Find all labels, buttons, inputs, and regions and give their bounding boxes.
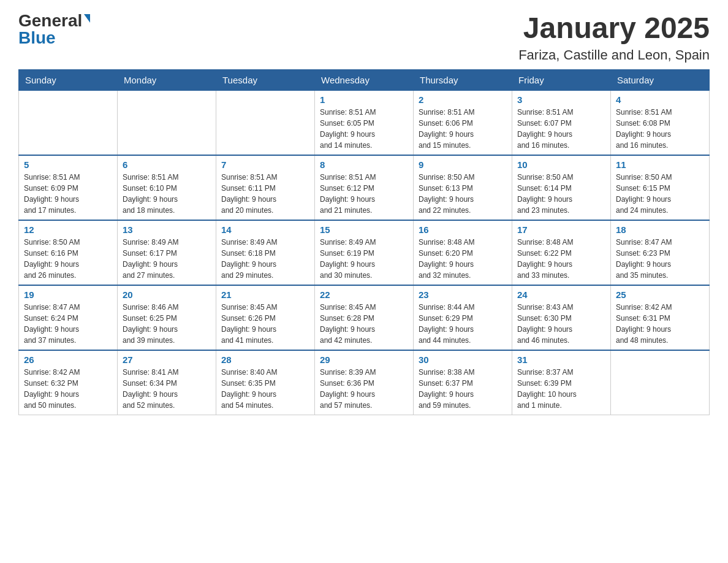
calendar-day-cell: 20Sunrise: 8:46 AM Sunset: 6:25 PM Dayli…	[118, 285, 216, 350]
calendar-day-cell: 18Sunrise: 8:47 AM Sunset: 6:23 PM Dayli…	[611, 220, 710, 285]
calendar-day-cell: 13Sunrise: 8:49 AM Sunset: 6:17 PM Dayli…	[118, 220, 216, 285]
day-info: Sunrise: 8:37 AM Sunset: 6:39 PM Dayligh…	[517, 367, 605, 411]
calendar-header-row: SundayMondayTuesdayWednesdayThursdayFrid…	[19, 69, 710, 90]
day-info: Sunrise: 8:44 AM Sunset: 6:29 PM Dayligh…	[419, 302, 507, 346]
day-number: 23	[419, 289, 507, 300]
calendar-week-row: 12Sunrise: 8:50 AM Sunset: 6:16 PM Dayli…	[19, 220, 710, 285]
logo: General Blue	[18, 12, 90, 47]
calendar-day-cell: 4Sunrise: 8:51 AM Sunset: 6:08 PM Daylig…	[611, 90, 710, 155]
day-info: Sunrise: 8:51 AM Sunset: 6:06 PM Dayligh…	[419, 107, 507, 151]
calendar-day-cell: 2Sunrise: 8:51 AM Sunset: 6:06 PM Daylig…	[414, 90, 512, 155]
calendar-day-cell: 1Sunrise: 8:51 AM Sunset: 6:05 PM Daylig…	[315, 90, 414, 155]
day-number: 13	[123, 224, 211, 235]
day-number: 30	[419, 354, 507, 365]
day-number: 24	[517, 289, 605, 300]
day-info: Sunrise: 8:45 AM Sunset: 6:26 PM Dayligh…	[221, 302, 309, 346]
calendar-day-cell: 27Sunrise: 8:41 AM Sunset: 6:34 PM Dayli…	[118, 350, 216, 415]
page-header: General Blue January 2025 Fariza, Castil…	[18, 12, 710, 63]
calendar-day-cell: 12Sunrise: 8:50 AM Sunset: 6:16 PM Dayli…	[19, 220, 118, 285]
calendar-week-row: 19Sunrise: 8:47 AM Sunset: 6:24 PM Dayli…	[19, 285, 710, 350]
day-info: Sunrise: 8:47 AM Sunset: 6:24 PM Dayligh…	[24, 302, 112, 346]
calendar-table: SundayMondayTuesdayWednesdayThursdayFrid…	[18, 69, 710, 415]
weekday-header: Wednesday	[315, 69, 414, 90]
day-number: 10	[517, 159, 605, 170]
day-number: 4	[616, 94, 704, 105]
calendar-day-cell: 23Sunrise: 8:44 AM Sunset: 6:29 PM Dayli…	[414, 285, 512, 350]
weekday-header: Thursday	[414, 69, 512, 90]
calendar-day-cell: 29Sunrise: 8:39 AM Sunset: 6:36 PM Dayli…	[315, 350, 414, 415]
day-info: Sunrise: 8:45 AM Sunset: 6:28 PM Dayligh…	[320, 302, 408, 346]
day-info: Sunrise: 8:42 AM Sunset: 6:32 PM Dayligh…	[24, 367, 112, 411]
calendar-day-cell	[611, 350, 710, 415]
day-number: 3	[517, 94, 605, 105]
day-number: 27	[123, 354, 211, 365]
day-number: 8	[320, 159, 408, 170]
day-info: Sunrise: 8:51 AM Sunset: 6:11 PM Dayligh…	[221, 172, 309, 216]
calendar-day-cell: 15Sunrise: 8:49 AM Sunset: 6:19 PM Dayli…	[315, 220, 414, 285]
day-info: Sunrise: 8:49 AM Sunset: 6:18 PM Dayligh…	[221, 237, 309, 281]
day-info: Sunrise: 8:50 AM Sunset: 6:13 PM Dayligh…	[419, 172, 507, 216]
day-info: Sunrise: 8:39 AM Sunset: 6:36 PM Dayligh…	[320, 367, 408, 411]
calendar-day-cell	[118, 90, 216, 155]
day-number: 29	[320, 354, 408, 365]
day-number: 19	[24, 289, 112, 300]
month-title: January 2025	[518, 12, 710, 45]
day-info: Sunrise: 8:51 AM Sunset: 6:09 PM Dayligh…	[24, 172, 112, 216]
day-info: Sunrise: 8:51 AM Sunset: 6:07 PM Dayligh…	[517, 107, 605, 151]
calendar-day-cell: 6Sunrise: 8:51 AM Sunset: 6:10 PM Daylig…	[118, 155, 216, 220]
calendar-day-cell: 8Sunrise: 8:51 AM Sunset: 6:12 PM Daylig…	[315, 155, 414, 220]
calendar-day-cell: 21Sunrise: 8:45 AM Sunset: 6:26 PM Dayli…	[216, 285, 315, 350]
day-info: Sunrise: 8:51 AM Sunset: 6:05 PM Dayligh…	[320, 107, 408, 151]
calendar-day-cell: 24Sunrise: 8:43 AM Sunset: 6:30 PM Dayli…	[512, 285, 611, 350]
calendar-day-cell: 25Sunrise: 8:42 AM Sunset: 6:31 PM Dayli…	[611, 285, 710, 350]
calendar-day-cell: 10Sunrise: 8:50 AM Sunset: 6:14 PM Dayli…	[512, 155, 611, 220]
day-info: Sunrise: 8:51 AM Sunset: 6:08 PM Dayligh…	[616, 107, 704, 151]
calendar-week-row: 5Sunrise: 8:51 AM Sunset: 6:09 PM Daylig…	[19, 155, 710, 220]
day-number: 22	[320, 289, 408, 300]
calendar-week-row: 26Sunrise: 8:42 AM Sunset: 6:32 PM Dayli…	[19, 350, 710, 415]
calendar-day-cell: 5Sunrise: 8:51 AM Sunset: 6:09 PM Daylig…	[19, 155, 118, 220]
calendar-day-cell: 11Sunrise: 8:50 AM Sunset: 6:15 PM Dayli…	[611, 155, 710, 220]
calendar-day-cell: 14Sunrise: 8:49 AM Sunset: 6:18 PM Dayli…	[216, 220, 315, 285]
day-info: Sunrise: 8:41 AM Sunset: 6:34 PM Dayligh…	[123, 367, 211, 411]
day-number: 11	[616, 159, 704, 170]
day-number: 16	[419, 224, 507, 235]
weekday-header: Saturday	[611, 69, 710, 90]
day-number: 6	[123, 159, 211, 170]
calendar-day-cell: 31Sunrise: 8:37 AM Sunset: 6:39 PM Dayli…	[512, 350, 611, 415]
calendar-day-cell: 30Sunrise: 8:38 AM Sunset: 6:37 PM Dayli…	[414, 350, 512, 415]
weekday-header: Friday	[512, 69, 611, 90]
day-number: 2	[419, 94, 507, 105]
title-section: January 2025 Fariza, Castille and Leon, …	[518, 12, 710, 63]
day-info: Sunrise: 8:50 AM Sunset: 6:15 PM Dayligh…	[616, 172, 704, 216]
calendar-day-cell: 7Sunrise: 8:51 AM Sunset: 6:11 PM Daylig…	[216, 155, 315, 220]
day-info: Sunrise: 8:48 AM Sunset: 6:22 PM Dayligh…	[517, 237, 605, 281]
day-number: 31	[517, 354, 605, 365]
day-info: Sunrise: 8:51 AM Sunset: 6:10 PM Dayligh…	[123, 172, 211, 216]
day-number: 28	[221, 354, 309, 365]
day-number: 15	[320, 224, 408, 235]
day-info: Sunrise: 8:50 AM Sunset: 6:14 PM Dayligh…	[517, 172, 605, 216]
calendar-week-row: 1Sunrise: 8:51 AM Sunset: 6:05 PM Daylig…	[19, 90, 710, 155]
day-number: 17	[517, 224, 605, 235]
day-info: Sunrise: 8:48 AM Sunset: 6:20 PM Dayligh…	[419, 237, 507, 281]
calendar-day-cell	[19, 90, 118, 155]
day-number: 12	[24, 224, 112, 235]
day-number: 14	[221, 224, 309, 235]
day-info: Sunrise: 8:40 AM Sunset: 6:35 PM Dayligh…	[221, 367, 309, 411]
weekday-header: Tuesday	[216, 69, 315, 90]
day-number: 20	[123, 289, 211, 300]
day-number: 21	[221, 289, 309, 300]
day-info: Sunrise: 8:46 AM Sunset: 6:25 PM Dayligh…	[123, 302, 211, 346]
calendar-day-cell: 9Sunrise: 8:50 AM Sunset: 6:13 PM Daylig…	[414, 155, 512, 220]
logo-blue-text: Blue	[18, 29, 56, 47]
logo-triangle-icon	[84, 14, 90, 23]
day-info: Sunrise: 8:49 AM Sunset: 6:17 PM Dayligh…	[123, 237, 211, 281]
day-info: Sunrise: 8:49 AM Sunset: 6:19 PM Dayligh…	[320, 237, 408, 281]
day-number: 5	[24, 159, 112, 170]
day-number: 7	[221, 159, 309, 170]
day-info: Sunrise: 8:38 AM Sunset: 6:37 PM Dayligh…	[419, 367, 507, 411]
calendar-day-cell: 28Sunrise: 8:40 AM Sunset: 6:35 PM Dayli…	[216, 350, 315, 415]
day-number: 9	[419, 159, 507, 170]
day-number: 26	[24, 354, 112, 365]
